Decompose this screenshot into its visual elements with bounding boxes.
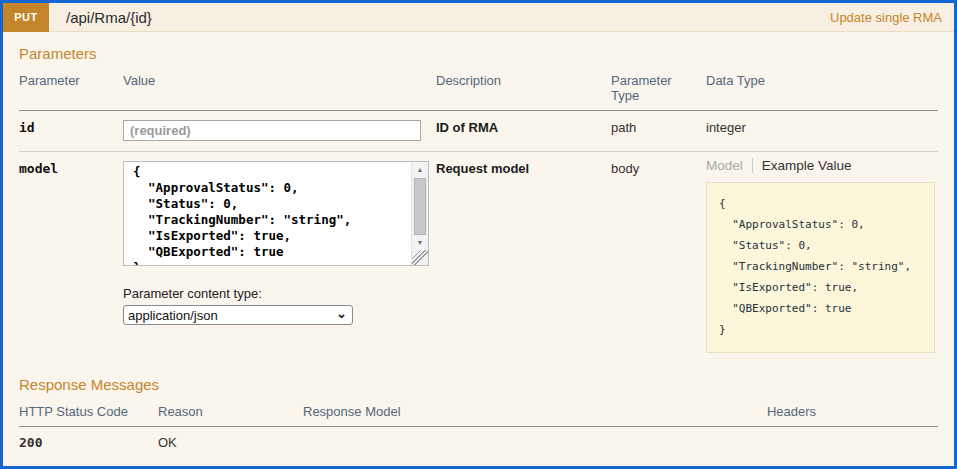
col-headers: Headers	[653, 402, 938, 426]
param-description-model: Request model	[436, 152, 611, 363]
swagger-operation-panel: PUT /api/Rma/{id} Update single RMA Para…	[0, 0, 957, 469]
id-value-input[interactable]	[123, 120, 421, 141]
col-value: Value	[123, 71, 436, 110]
resize-grip-icon[interactable]	[412, 250, 428, 265]
col-parameter-type: Parameter Type	[611, 71, 706, 110]
col-description: Description	[436, 71, 611, 110]
status-code-200: 200	[19, 427, 158, 462]
param-name-id: id	[19, 111, 123, 151]
param-type-id: path	[611, 111, 706, 151]
param-description-id: ID of RMA	[436, 111, 611, 151]
parameters-table-header: Parameter Value Description Parameter Ty…	[19, 71, 938, 111]
table-row-model: model { "ApprovalStatus": 0, "Status": 0…	[19, 152, 938, 363]
col-http-status-code: HTTP Status Code	[19, 402, 158, 426]
operation-content: Parameters Parameter Value Description P…	[3, 45, 954, 469]
example-value-snippet[interactable]: { "ApprovalStatus": 0, "Status": 0, "Tra…	[706, 182, 935, 353]
operation-header[interactable]: PUT /api/Rma/{id} Update single RMA	[3, 3, 954, 32]
endpoint-path[interactable]: /api/Rma/{id}	[66, 9, 152, 26]
scroll-up-icon[interactable]: ▲	[412, 162, 428, 177]
response-model-value	[303, 427, 653, 462]
tab-model[interactable]: Model	[706, 158, 743, 173]
data-type-id: integer	[706, 111, 938, 151]
tab-divider	[752, 158, 753, 173]
scroll-down-icon[interactable]: ▼	[412, 235, 428, 250]
param-type-model: body	[611, 152, 706, 363]
col-parameter: Parameter	[19, 71, 123, 110]
operation-summary-link[interactable]: Update single RMA	[830, 10, 942, 25]
scrollbar-track[interactable]	[412, 177, 428, 235]
col-reason: Reason	[158, 402, 303, 426]
model-body-editor: { "ApprovalStatus": 0, "Status": 0, "Tra…	[123, 161, 429, 266]
model-data-type-cell: Model Example Value { "ApprovalStatus": …	[706, 152, 943, 363]
parameters-heading: Parameters	[19, 45, 938, 62]
tab-example-value[interactable]: Example Value	[762, 158, 852, 173]
table-row-200: 200 OK	[19, 427, 938, 462]
col-response-model: Response Model	[303, 402, 653, 426]
response-messages-heading: Response Messages	[19, 376, 938, 393]
model-body-textarea[interactable]: { "ApprovalStatus": 0, "Status": 0, "Tra…	[124, 162, 411, 265]
content-type-block: Parameter content type: application/json…	[123, 286, 428, 325]
model-example-tabs: Model Example Value	[706, 158, 935, 173]
responses-table-header: HTTP Status Code Reason Response Model H…	[19, 402, 938, 427]
scrollbar-thumb[interactable]	[414, 178, 426, 235]
reason-ok: OK	[158, 427, 303, 462]
table-row-id: id ID of RMA path integer	[19, 111, 938, 152]
headers-value	[653, 427, 938, 462]
col-data-type: Data Type	[706, 71, 938, 110]
content-type-label: Parameter content type:	[123, 286, 428, 301]
content-type-select[interactable]: application/json	[123, 305, 353, 325]
param-name-model: model	[19, 152, 123, 363]
textarea-scrollbar[interactable]: ▲ ▼	[411, 162, 428, 265]
http-method-badge[interactable]: PUT	[3, 3, 49, 32]
